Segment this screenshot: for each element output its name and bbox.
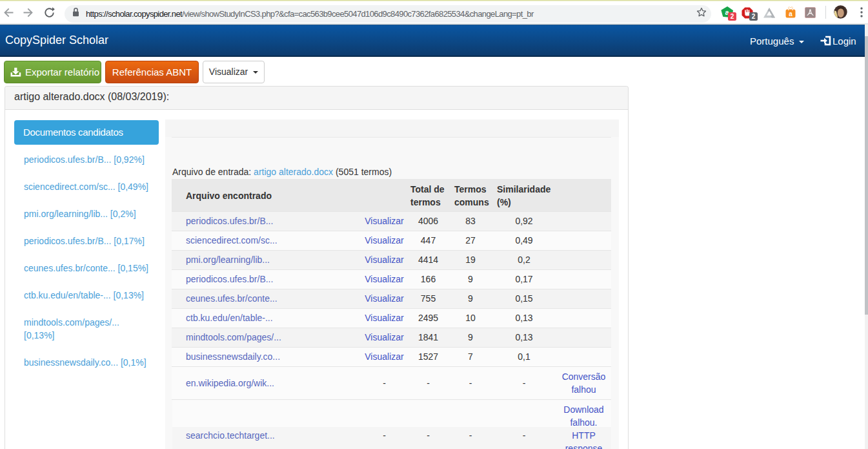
svg-text:a: a [789, 10, 792, 17]
